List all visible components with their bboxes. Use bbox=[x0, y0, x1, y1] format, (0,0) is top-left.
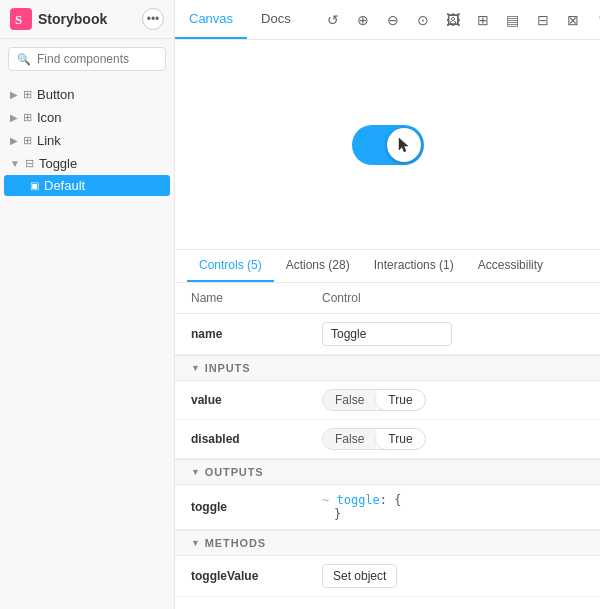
canvas-area bbox=[175, 40, 600, 250]
toolbar-icons: ↺ ⊕ ⊖ ⊙ 🖼 ⊞ ▤ ⊟ ⊠ ? bbox=[313, 8, 600, 32]
sidebar-logo: S Storybook bbox=[10, 8, 107, 30]
control-row-disabled: disabled False True bbox=[175, 420, 600, 459]
ctrl-label-toggle-output: toggle bbox=[191, 500, 322, 514]
tab-docs[interactable]: Docs bbox=[247, 0, 305, 39]
ctrl-code-toggle: ~ toggle: { } bbox=[322, 493, 584, 521]
section-chevron-icon[interactable]: ▼ bbox=[191, 538, 201, 548]
reload-icon[interactable]: ↺ bbox=[321, 8, 345, 32]
toolbar: Canvas Docs ↺ ⊕ ⊖ ⊙ 🖼 ⊞ ▤ ⊟ ⊠ ? bbox=[175, 0, 600, 40]
section-outputs: ▼ OUTPUTS bbox=[175, 459, 600, 485]
sidebar-item-button[interactable]: ▶ ⊞ Button bbox=[0, 83, 174, 106]
code-suffix: : { bbox=[380, 493, 402, 507]
disabled-true-btn[interactable]: True bbox=[376, 429, 424, 449]
disabled-false-btn[interactable]: False bbox=[323, 429, 376, 449]
main-content: Canvas Docs ↺ ⊕ ⊖ ⊙ 🖼 ⊞ ▤ ⊟ ⊠ ? bbox=[175, 0, 600, 609]
code-value-toggle: ~ toggle: { } bbox=[322, 493, 584, 521]
section-methods-label: METHODS bbox=[205, 537, 266, 549]
control-row-name: name bbox=[175, 314, 600, 355]
expand-icon: ▶ bbox=[10, 89, 18, 100]
sidebar-item-toggle-default[interactable]: ▣ Default bbox=[4, 175, 170, 196]
tab-actions[interactable]: Actions (28) bbox=[274, 250, 362, 282]
sidebar-item-link[interactable]: ▶ ⊞ Link bbox=[0, 129, 174, 152]
sidebar-header: S Storybook ••• bbox=[0, 0, 174, 39]
tab-interactions[interactable]: Interactions (1) bbox=[362, 250, 466, 282]
sidebar-item-label: Button bbox=[37, 87, 75, 102]
ctrl-label-value: value bbox=[191, 393, 322, 407]
control-row-togglevalue: toggleValue Set object bbox=[175, 556, 600, 597]
section-outputs-label: OUTPUTS bbox=[205, 466, 264, 478]
sidebar: S Storybook ••• 🔍 / ▶ ⊞ Button ▶ ⊞ Icon … bbox=[0, 0, 175, 609]
section-chevron-icon[interactable]: ▼ bbox=[191, 467, 201, 477]
controls-panel: Controls (5) Actions (28) Interactions (… bbox=[175, 250, 600, 609]
header-name: Name bbox=[191, 291, 322, 305]
tab-controls[interactable]: Controls (5) bbox=[187, 250, 274, 282]
ctrl-label-name: name bbox=[191, 327, 322, 341]
value-bool-toggle: False True bbox=[322, 389, 426, 411]
ctrl-control-disabled: False True bbox=[322, 428, 584, 450]
component-icon: ⊟ bbox=[25, 157, 34, 170]
svg-marker-2 bbox=[399, 138, 408, 152]
set-object-button[interactable]: Set object bbox=[322, 564, 397, 588]
sidebar-subitem-label: Default bbox=[44, 178, 85, 193]
control-row-toggle-output: toggle ~ toggle: { } bbox=[175, 485, 600, 530]
expand-icon: ▶ bbox=[10, 135, 18, 146]
toggle-knob bbox=[387, 128, 421, 162]
search-input[interactable] bbox=[37, 52, 187, 66]
help-icon[interactable]: ? bbox=[591, 8, 600, 32]
ctrl-label-togglevalue: toggleValue bbox=[191, 569, 322, 583]
tab-canvas[interactable]: Canvas bbox=[175, 0, 247, 39]
expand-icon: ▼ bbox=[10, 158, 20, 169]
ctrl-control-value: False True bbox=[322, 389, 584, 411]
controls-table-header: Name Control bbox=[175, 283, 600, 314]
zoom-reset-icon[interactable]: ⊙ bbox=[411, 8, 435, 32]
sidebar-item-icon[interactable]: ▶ ⊞ Icon bbox=[0, 106, 174, 129]
control-row-value: value False True bbox=[175, 381, 600, 420]
layout-icon[interactable]: ⊠ bbox=[561, 8, 585, 32]
section-chevron-icon[interactable]: ▼ bbox=[191, 363, 201, 373]
component-icon: ⊞ bbox=[23, 88, 32, 101]
section-methods: ▼ METHODS bbox=[175, 530, 600, 556]
cursor-pointer-icon bbox=[397, 136, 411, 154]
zoom-in-icon[interactable]: ⊕ bbox=[351, 8, 375, 32]
search-icon: 🔍 bbox=[17, 53, 31, 66]
header-control: Control bbox=[322, 291, 584, 305]
columns-icon[interactable]: ⊟ bbox=[531, 8, 555, 32]
expand-icon: ▶ bbox=[10, 112, 18, 123]
svg-text:S: S bbox=[15, 12, 22, 27]
zoom-out-icon[interactable]: ⊖ bbox=[381, 8, 405, 32]
code-close: } bbox=[322, 507, 341, 521]
image-icon[interactable]: 🖼 bbox=[441, 8, 465, 32]
name-input[interactable] bbox=[322, 322, 452, 346]
component-icon: ⊞ bbox=[23, 134, 32, 147]
controls-tabs: Controls (5) Actions (28) Interactions (… bbox=[175, 250, 600, 283]
sidebar-title: Storybook bbox=[38, 11, 107, 27]
section-inputs: ▼ INPUTS bbox=[175, 355, 600, 381]
value-false-btn[interactable]: False bbox=[323, 390, 376, 410]
sidebar-more-button[interactable]: ••• bbox=[142, 8, 164, 30]
grid-icon[interactable]: ⊞ bbox=[471, 8, 495, 32]
sidebar-toggle-icon[interactable]: ▤ bbox=[501, 8, 525, 32]
sidebar-item-label: Icon bbox=[37, 110, 62, 125]
search-bar: 🔍 / bbox=[8, 47, 166, 71]
component-icon: ⊞ bbox=[23, 111, 32, 124]
code-prop-name: toggle bbox=[336, 493, 379, 507]
section-inputs-label: INPUTS bbox=[205, 362, 251, 374]
sidebar-item-toggle[interactable]: ▼ ⊟ Toggle bbox=[0, 152, 174, 175]
sidebar-item-label: Toggle bbox=[39, 156, 77, 171]
storybook-logo-icon: S bbox=[10, 8, 32, 30]
story-icon: ▣ bbox=[30, 180, 39, 191]
value-true-btn[interactable]: True bbox=[376, 390, 424, 410]
ctrl-label-disabled: disabled bbox=[191, 432, 322, 446]
tab-accessibility[interactable]: Accessibility bbox=[466, 250, 555, 282]
disabled-bool-toggle: False True bbox=[322, 428, 426, 450]
toggle-preview[interactable] bbox=[352, 125, 424, 165]
nav-items: ▶ ⊞ Button ▶ ⊞ Icon ▶ ⊞ Link ▼ ⊟ Toggle … bbox=[0, 79, 174, 609]
sidebar-item-label: Link bbox=[37, 133, 61, 148]
ctrl-control-togglevalue: Set object bbox=[322, 564, 584, 588]
ctrl-value-name bbox=[322, 322, 584, 346]
